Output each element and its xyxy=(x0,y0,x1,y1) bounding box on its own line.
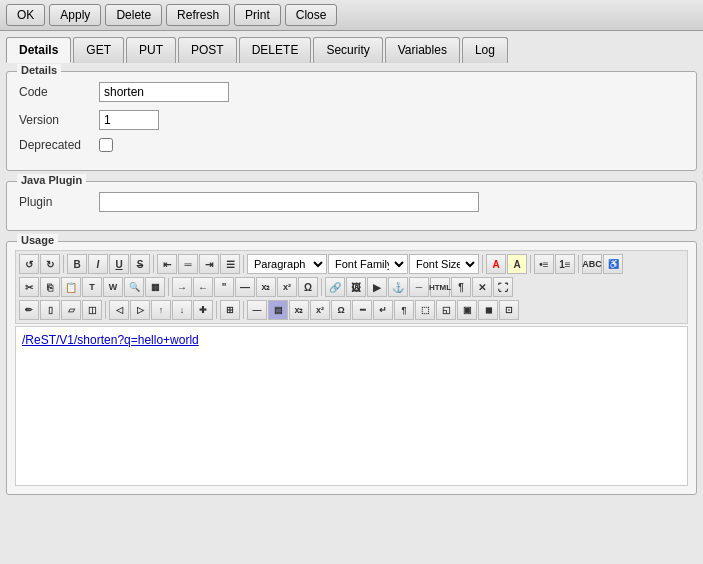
btn-r3-12[interactable]: ▤ xyxy=(268,300,288,320)
align-center-button[interactable]: ═ xyxy=(178,254,198,274)
italic-button[interactable]: I xyxy=(88,254,108,274)
separator-10 xyxy=(216,301,217,319)
ok-button[interactable]: OK xyxy=(6,4,45,26)
align-left-button[interactable]: ⇤ xyxy=(157,254,177,274)
btn-r3-14[interactable]: x² xyxy=(310,300,330,320)
btn-r3-18[interactable]: ⬚ xyxy=(415,300,435,320)
strikethrough-button[interactable]: S xyxy=(130,254,150,274)
find-replace-button[interactable]: 🔍 xyxy=(124,277,144,297)
details-legend: Details xyxy=(17,64,61,76)
deprecated-row: Deprecated xyxy=(19,138,684,152)
font-family-select[interactable]: Font Family xyxy=(328,254,408,274)
font-color-button[interactable]: A xyxy=(486,254,506,274)
btn-r3-13[interactable]: x₂ xyxy=(289,300,309,320)
indent-button[interactable]: → xyxy=(172,277,192,297)
btn-r3-7[interactable]: ↑ xyxy=(151,300,171,320)
btn-r3-16[interactable]: ━ xyxy=(352,300,372,320)
bold-button[interactable]: B xyxy=(67,254,87,274)
plugin-input[interactable] xyxy=(99,192,479,212)
editor-area[interactable]: /ReST/V1/shorten?q=hello+world xyxy=(15,326,688,486)
btn-r3-9[interactable]: ✚ xyxy=(193,300,213,320)
link-button[interactable]: 🔗 xyxy=(325,277,345,297)
super-button[interactable]: x² xyxy=(277,277,297,297)
code-input[interactable] xyxy=(99,82,229,102)
close-button[interactable]: Close xyxy=(285,4,338,26)
separator-7 xyxy=(168,278,169,296)
separator-6 xyxy=(578,255,579,273)
para-button[interactable]: ¶ xyxy=(451,277,471,297)
btn-r3-21[interactable]: ◼ xyxy=(478,300,498,320)
btn-r3-5[interactable]: ◁ xyxy=(109,300,129,320)
paste-button[interactable]: 📋 xyxy=(61,277,81,297)
paste-word-button[interactable]: W xyxy=(103,277,123,297)
redo-button[interactable]: ↻ xyxy=(40,254,60,274)
tab-bar: Details GET PUT POST DELETE Security Var… xyxy=(6,37,697,63)
separator-11 xyxy=(243,301,244,319)
edit-button[interactable]: ✏ xyxy=(19,300,39,320)
tab-put[interactable]: PUT xyxy=(126,37,176,63)
delete-button[interactable]: Delete xyxy=(105,4,162,26)
btn-r3-20[interactable]: ▣ xyxy=(457,300,477,320)
btn-r3-4[interactable]: ◫ xyxy=(82,300,102,320)
separator-5 xyxy=(530,255,531,273)
blockquote-button[interactable]: " xyxy=(214,277,234,297)
page-break-button[interactable]: ↵ xyxy=(373,300,393,320)
image-button[interactable]: 🖼 xyxy=(346,277,366,297)
paragraph-select[interactable]: Paragraph xyxy=(247,254,327,274)
align-justify-button[interactable]: ☰ xyxy=(220,254,240,274)
btn-r3-6[interactable]: ▷ xyxy=(130,300,150,320)
tab-delete[interactable]: DELETE xyxy=(239,37,312,63)
code-row: Code xyxy=(19,82,684,102)
plugin-row: Plugin xyxy=(19,192,684,212)
bullets-ordered-button[interactable]: 1≡ xyxy=(555,254,575,274)
copy-button[interactable]: ⎘ xyxy=(40,277,60,297)
editor-toolbar-row2: ✂ ⎘ 📋 T W 🔍 ▦ → ← " — x₂ x² Ω 🔗 🖼 ▶ ⚓ xyxy=(19,277,684,297)
anchor-button[interactable]: ⚓ xyxy=(388,277,408,297)
select-all-button[interactable]: ▦ xyxy=(145,277,165,297)
deprecated-checkbox[interactable] xyxy=(99,138,113,152)
tab-security[interactable]: Security xyxy=(313,37,382,63)
editor-link[interactable]: /ReST/V1/shorten?q=hello+world xyxy=(22,333,199,347)
remove-format-button[interactable]: ✕ xyxy=(472,277,492,297)
cut-button[interactable]: ✂ xyxy=(19,277,39,297)
undo-button[interactable]: ↺ xyxy=(19,254,39,274)
btn-r3-15[interactable]: Ω xyxy=(331,300,351,320)
fullscreen-button[interactable]: ⛶ xyxy=(493,277,513,297)
paste-text-button[interactable]: T xyxy=(82,277,102,297)
deprecated-label: Deprecated xyxy=(19,138,99,152)
highlight-button[interactable]: A xyxy=(507,254,527,274)
tab-variables[interactable]: Variables xyxy=(385,37,460,63)
underline-button[interactable]: U xyxy=(109,254,129,274)
tab-post[interactable]: POST xyxy=(178,37,237,63)
tab-log[interactable]: Log xyxy=(462,37,508,63)
spellcheck-button[interactable]: ABC xyxy=(582,254,602,274)
bullets-unordered-button[interactable]: •≡ xyxy=(534,254,554,274)
btn-r3-22[interactable]: ⊡ xyxy=(499,300,519,320)
btn-r3-8[interactable]: ↓ xyxy=(172,300,192,320)
media-button[interactable]: ▶ xyxy=(367,277,387,297)
refresh-button[interactable]: Refresh xyxy=(166,4,230,26)
btn-r3-17[interactable]: ¶ xyxy=(394,300,414,320)
align-right-button[interactable]: ⇥ xyxy=(199,254,219,274)
divider-button[interactable]: — xyxy=(235,277,255,297)
html-button[interactable]: HTML xyxy=(430,277,450,297)
outdent-button[interactable]: ← xyxy=(193,277,213,297)
tab-get[interactable]: GET xyxy=(73,37,124,63)
apply-button[interactable]: Apply xyxy=(49,4,101,26)
btn-r3-19[interactable]: ◱ xyxy=(436,300,456,320)
hr-button[interactable]: ─ xyxy=(409,277,429,297)
print-button[interactable]: Print xyxy=(234,4,281,26)
version-input[interactable] xyxy=(99,110,159,130)
btn-r3-3[interactable]: ▱ xyxy=(61,300,81,320)
accessibility-button[interactable]: ♿ xyxy=(603,254,623,274)
font-size-select[interactable]: Font Size xyxy=(409,254,479,274)
separator-9 xyxy=(105,301,106,319)
details-section: Details Code Version Deprecated xyxy=(6,71,697,171)
btn-r3-11[interactable]: — xyxy=(247,300,267,320)
tab-details[interactable]: Details xyxy=(6,37,71,63)
btn-r3-2[interactable]: ▯ xyxy=(40,300,60,320)
special-char-button[interactable]: Ω xyxy=(298,277,318,297)
table-button[interactable]: ⊞ xyxy=(220,300,240,320)
sub-button[interactable]: x₂ xyxy=(256,277,276,297)
plugin-label: Plugin xyxy=(19,195,99,209)
